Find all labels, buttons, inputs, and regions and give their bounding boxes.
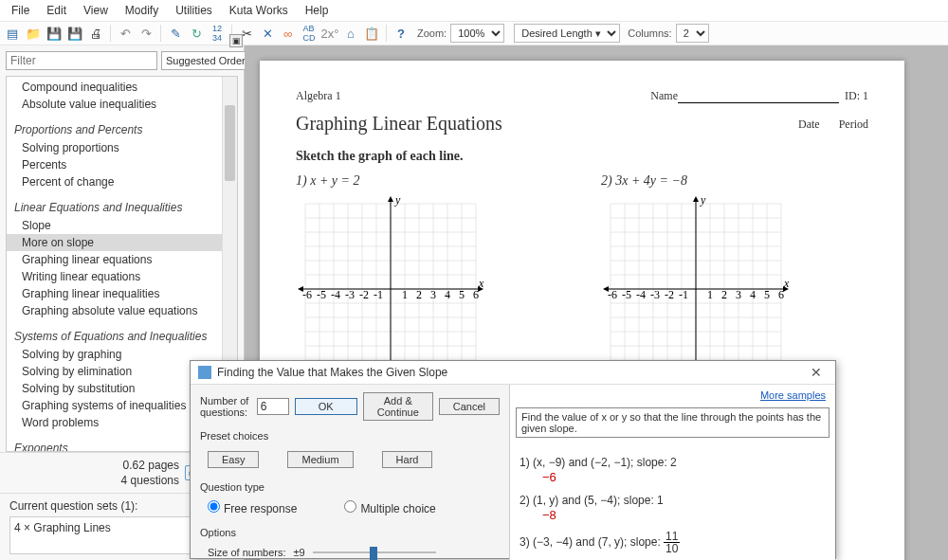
more-samples-link[interactable]: More samples bbox=[760, 389, 826, 401]
period-label: Period bbox=[839, 117, 868, 131]
topic-item[interactable]: Absolute value inequalities bbox=[7, 96, 237, 113]
svg-text:-5: -5 bbox=[622, 288, 631, 301]
numbers-icon[interactable]: 1234 bbox=[209, 25, 226, 42]
svg-text:6: 6 bbox=[778, 288, 784, 301]
angle-icon[interactable]: 2x° bbox=[321, 25, 338, 42]
sample-3: 3) (−3, −4) and (7, y); slope: 1110 bbox=[520, 531, 826, 554]
svg-text:-2: -2 bbox=[665, 288, 674, 301]
svg-text:-1: -1 bbox=[679, 288, 688, 301]
print-icon[interactable]: 🖨 bbox=[87, 25, 104, 42]
open-icon[interactable]: 📁 bbox=[25, 25, 42, 42]
svg-text:-6: -6 bbox=[302, 288, 312, 301]
svg-text:5: 5 bbox=[459, 288, 465, 301]
menu-help[interactable]: Help bbox=[298, 2, 337, 19]
topic-item[interactable]: Percent of change bbox=[7, 173, 237, 190]
topic-item[interactable]: Graphing linear equations bbox=[7, 251, 237, 268]
svg-text:y: y bbox=[394, 194, 401, 207]
topic-item[interactable]: More on slope bbox=[7, 234, 237, 251]
similar-icon[interactable]: ⌂ bbox=[342, 25, 359, 42]
topic-item[interactable]: Compound inequalities bbox=[7, 79, 237, 96]
save-icon[interactable]: 💾 bbox=[46, 25, 63, 42]
toolbar: ▤ 📁 💾 💾 🖨 ↶ ↷ ✎ ↻ 1234 ✂ ✕ ∞ ABCD 2x° ⌂ … bbox=[0, 21, 948, 45]
dialog: Finding the Value that Makes the Given S… bbox=[190, 360, 836, 559]
hard-button[interactable]: Hard bbox=[382, 451, 433, 468]
svg-text:x: x bbox=[478, 277, 484, 290]
menu-kutaworks[interactable]: Kuta Works bbox=[222, 2, 296, 19]
date-label: Date bbox=[798, 117, 820, 131]
length-select[interactable]: Desired Length ▾ bbox=[514, 24, 620, 43]
ok-button[interactable]: OK bbox=[295, 398, 357, 415]
id-label: ID: 1 bbox=[845, 89, 868, 102]
regen-icon[interactable]: ↻ bbox=[188, 25, 205, 42]
easy-button[interactable]: Easy bbox=[208, 451, 259, 468]
zoom-label: Zoom: bbox=[417, 27, 447, 39]
multiple-choice-radio[interactable]: Multiple choice bbox=[344, 500, 435, 515]
collapse-sidebar-icon[interactable]: ▣ bbox=[229, 34, 243, 47]
svg-text:-3: -3 bbox=[345, 288, 355, 301]
topic-item[interactable]: Slope bbox=[7, 217, 237, 234]
new-icon[interactable]: ▤ bbox=[4, 25, 21, 42]
scrollbar-thumb[interactable] bbox=[225, 105, 235, 181]
undo-icon[interactable]: ↶ bbox=[117, 25, 134, 42]
columns-select[interactable]: 2 bbox=[676, 24, 709, 43]
svg-text:1: 1 bbox=[707, 288, 713, 301]
svg-text:6: 6 bbox=[473, 288, 479, 301]
topic-item[interactable]: Percents bbox=[7, 156, 237, 173]
medium-button[interactable]: Medium bbox=[287, 451, 353, 468]
redo-icon[interactable]: ↷ bbox=[137, 25, 155, 42]
svg-text:-5: -5 bbox=[317, 288, 326, 301]
saveas-icon[interactable]: 💾 bbox=[66, 25, 83, 42]
columns-label: Columns: bbox=[628, 27, 671, 39]
description: Find the value of x or y so that the lin… bbox=[516, 407, 830, 438]
svg-text:-4: -4 bbox=[331, 288, 340, 301]
shuffle-icon[interactable]: ✕ bbox=[259, 25, 276, 42]
instructions: Sketch the graph of each line. bbox=[296, 149, 868, 164]
letters-icon[interactable]: ABCD bbox=[301, 25, 318, 42]
topic-category: Systems of Equations and Inequalities bbox=[7, 327, 237, 346]
questions-count: 4 questions bbox=[121, 474, 179, 487]
cancel-button[interactable]: Cancel bbox=[439, 398, 500, 415]
menu-modify[interactable]: Modify bbox=[118, 2, 166, 19]
topic-item[interactable]: Writing linear equations bbox=[7, 268, 237, 285]
name-label: Name bbox=[650, 89, 678, 102]
problem-1-label: 1) x + y = 2 bbox=[296, 173, 563, 189]
svg-marker-74 bbox=[693, 196, 699, 202]
help-icon[interactable]: ? bbox=[392, 25, 410, 42]
menu-utilities[interactable]: Utilities bbox=[168, 2, 220, 19]
svg-text:-2: -2 bbox=[359, 288, 369, 301]
svg-text:4: 4 bbox=[750, 288, 756, 301]
svg-text:1: 1 bbox=[402, 288, 408, 301]
close-icon[interactable]: ✕ bbox=[805, 365, 828, 380]
options-label: Options bbox=[200, 527, 500, 538]
free-response-radio[interactable]: Free response bbox=[208, 500, 297, 515]
num-questions-input[interactable] bbox=[257, 398, 289, 415]
preset-label: Preset choices bbox=[200, 430, 500, 442]
topic-item[interactable]: Graphing linear inequalities bbox=[7, 285, 237, 302]
menubar: File Edit View Modify Utilities Kuta Wor… bbox=[0, 0, 948, 21]
menu-file[interactable]: File bbox=[4, 2, 37, 19]
menu-view[interactable]: View bbox=[76, 2, 116, 19]
pages-count: 0.62 pages bbox=[121, 459, 179, 472]
sample-1: 1) (x, −9) and (−2, −1); slope: 2−6 bbox=[520, 455, 826, 485]
size-value: ±9 bbox=[294, 547, 305, 558]
edit-icon[interactable]: ✎ bbox=[167, 25, 184, 42]
zoom-select[interactable]: 100% bbox=[450, 24, 504, 43]
add-continue-button[interactable]: Add & Continue bbox=[363, 392, 433, 421]
paste-icon[interactable]: 📋 bbox=[363, 25, 380, 42]
course-name: Algebra 1 bbox=[296, 89, 341, 103]
filter-input[interactable] bbox=[6, 51, 157, 70]
topic-item[interactable]: Solving proportions bbox=[7, 139, 237, 156]
svg-text:-1: -1 bbox=[374, 288, 383, 301]
size-label: Size of numbers: bbox=[208, 547, 286, 558]
size-slider[interactable] bbox=[313, 546, 436, 559]
svg-text:y: y bbox=[700, 194, 706, 207]
dialog-title: Finding the Value that Makes the Given S… bbox=[217, 366, 805, 379]
topic-item[interactable]: Graphing absolute value equations bbox=[7, 302, 237, 319]
infinity-icon[interactable]: ∞ bbox=[280, 25, 297, 42]
menu-edit[interactable]: Edit bbox=[39, 2, 74, 19]
num-questions-label: Number of questions: bbox=[200, 395, 251, 418]
topic-category: Linear Equations and Inequalities bbox=[7, 198, 237, 217]
svg-text:x: x bbox=[783, 277, 790, 290]
problem-2-label: 2) 3x + 4y = −8 bbox=[601, 173, 868, 189]
svg-marker-28 bbox=[388, 196, 393, 202]
